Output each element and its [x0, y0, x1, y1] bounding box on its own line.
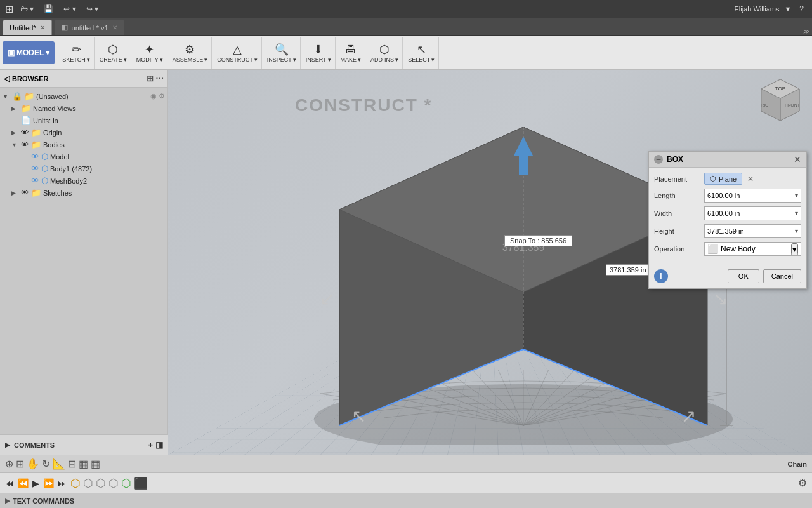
width-input[interactable]	[707, 210, 795, 217]
timeline-settings-btn[interactable]: ⚙	[798, 477, 807, 489]
make-btn[interactable]: 🖶	[343, 43, 359, 57]
modify-btn[interactable]: ✦	[142, 43, 157, 57]
box-panel-minimize-btn[interactable]: –	[654, 155, 663, 164]
addins-dropdown-icon[interactable]: ▾	[395, 57, 398, 63]
undo-btn[interactable]: ↩ ▾	[60, 3, 79, 15]
inspect-dropdown-icon[interactable]: ▾	[293, 57, 296, 63]
shape-3[interactable]: ⬡	[96, 476, 106, 490]
make-label: MAKE	[341, 57, 357, 63]
sketch-dropdown-icon[interactable]: ▾	[87, 57, 90, 63]
tab-expand-btn[interactable]: ≫	[803, 28, 809, 35]
select-btn[interactable]: ↖	[414, 43, 429, 57]
tree-item-named-views[interactable]: ▶ 📁 Named Views	[0, 102, 167, 114]
tree-item-origin[interactable]: ▶ 👁 📁 Origin	[0, 126, 167, 138]
tree-item-body1[interactable]: ▶ 👁 ⬡ Body1 (4872)	[0, 163, 167, 175]
length-dropdown-btn[interactable]: ▾	[795, 192, 798, 199]
browser-expand-icon[interactable]: ⊞	[147, 74, 154, 83]
dim-value-box[interactable]: 3781.359 in ▾	[606, 264, 655, 276]
snap-icon[interactable]: ⊕	[5, 458, 13, 470]
save-btn[interactable]: 💾	[41, 3, 56, 15]
model-dropdown-btn[interactable]: ▣ MODEL ▾	[3, 41, 55, 64]
length-input[interactable]	[707, 192, 795, 199]
tree-vis-icon-root[interactable]: ◉	[150, 92, 157, 100]
assemble-dropdown-icon[interactable]: ▾	[204, 57, 207, 63]
assemble-btn[interactable]: ⚙	[182, 43, 197, 57]
tab-1-close[interactable]: ✕	[40, 24, 45, 31]
sketch-btn[interactable]: ✏	[69, 43, 84, 57]
browser-settings-icon[interactable]: ⋯	[155, 74, 164, 83]
comments-toggle-icon[interactable]: ◨	[155, 440, 163, 450]
box-panel-close-btn[interactable]: ✕	[794, 154, 801, 164]
ok-btn[interactable]: OK	[728, 269, 759, 283]
viewport-area[interactable]: ↙ ↘ ↖ ↗ 3781.359 Snap To : 855.656 3781.…	[168, 70, 812, 455]
viewcube[interactable]: TOP FRONT RIGHT	[755, 76, 806, 127]
insert-icon: ⬇	[313, 44, 323, 55]
operation-value: New Body	[721, 244, 756, 253]
comments-add-icon[interactable]: +	[148, 440, 153, 450]
tree-item-root[interactable]: ▼ 🔒 📁 (Unsaved) ◉ ⚙	[0, 90, 167, 102]
command-expand-icon[interactable]: ▶	[5, 497, 10, 504]
info-btn[interactable]: i	[654, 269, 668, 283]
tree-item-units[interactable]: ▶ 📄 Units: in	[0, 114, 167, 126]
orbit-icon[interactable]: ↻	[42, 458, 50, 470]
modify-dropdown-icon[interactable]: ▾	[160, 57, 163, 63]
browser-collapse-icon[interactable]: ◁	[4, 74, 10, 83]
placement-plane-label: Plane	[719, 175, 737, 183]
tab-2-close[interactable]: ✕	[112, 24, 117, 31]
playback-play-btn[interactable]: ▶	[32, 478, 39, 488]
addins-btn[interactable]: ⬡	[377, 43, 392, 57]
create-dropdown-icon[interactable]: ▾	[124, 57, 127, 63]
placement-plane-btn[interactable]: ⬡ Plane	[704, 173, 742, 185]
tree-item-bodies[interactable]: ▼ 👁 📁 Bodies	[0, 138, 167, 150]
pan-icon[interactable]: ✋	[27, 458, 39, 470]
shape-4[interactable]: ⬡	[108, 476, 119, 490]
insert-dropdown-icon[interactable]: ▾	[328, 57, 331, 63]
display-icon[interactable]: ▦	[91, 458, 100, 470]
tree-item-meshbody2[interactable]: ▶ 👁 ⬡ MeshBody2	[0, 175, 167, 187]
placement-clear-btn[interactable]: ✕	[747, 175, 754, 184]
grid-icon-status[interactable]: ⊟	[68, 458, 76, 470]
tree-settings-icon-root[interactable]: ⚙	[159, 92, 165, 100]
playback-last-btn[interactable]: ⏭	[58, 478, 67, 488]
width-dropdown-btn[interactable]: ▾	[795, 210, 798, 217]
username: Elijah Williams	[735, 5, 780, 13]
shape-2[interactable]: ⬡	[83, 476, 93, 490]
tree-icon-bodies: 📁	[31, 140, 41, 149]
shape-6-active[interactable]: ⬛	[134, 476, 148, 490]
make-dropdown-icon[interactable]: ▾	[358, 57, 361, 63]
tab-2[interactable]: ◧ untitled-* v1 ✕	[55, 20, 124, 35]
operation-label: Operation	[654, 245, 702, 253]
status-icons: ⊕ ⊞ ✋ ↻ 📐 ⊟ ▦ ▦	[5, 458, 785, 470]
select-dropdown-icon[interactable]: ▾	[431, 57, 435, 63]
shape-1[interactable]: ⬡	[70, 476, 81, 490]
shape-5[interactable]: ⬡	[121, 476, 131, 490]
measure-icon[interactable]: 📐	[53, 458, 65, 470]
inspect-btn[interactable]: 🔍	[272, 43, 291, 57]
width-label: Width	[654, 210, 702, 217]
cancel-btn[interactable]: Cancel	[763, 269, 801, 283]
grid-snap-icon[interactable]: ⊞	[16, 458, 24, 470]
insert-btn[interactable]: ⬇	[311, 43, 325, 57]
construct-dropdown-icon[interactable]: ▾	[254, 57, 258, 63]
height-dropdown-btn[interactable]: ▾	[795, 228, 798, 234]
operation-select[interactable]: ⬜ New Body ▾	[704, 242, 801, 256]
tab-1[interactable]: Untitled* ✕	[3, 20, 52, 35]
browser-header-icons: ⊞ ⋯	[147, 74, 164, 83]
comments-expand-icon[interactable]: ▶	[5, 441, 10, 448]
playback-first-btn[interactable]: ⏮	[5, 478, 14, 488]
construct-btn[interactable]: △	[230, 43, 244, 57]
help-btn[interactable]: ?	[796, 3, 807, 15]
file-btn[interactable]: 🗁 ▾	[17, 3, 37, 15]
grid-icon[interactable]: ⊞	[5, 3, 13, 15]
operation-dropdown-btn[interactable]: ▾	[791, 243, 798, 255]
tree-item-sketches[interactable]: ▶ 👁 📁 Sketches	[0, 187, 167, 199]
redo-btn[interactable]: ↪ ▾	[83, 3, 102, 15]
tree-item-model[interactable]: ▶ 👁 ⬡ Model	[0, 150, 167, 163]
create-btn[interactable]: ⬡	[105, 43, 121, 57]
height-input[interactable]	[707, 227, 795, 235]
user-dropdown-icon[interactable]: ▼	[784, 5, 791, 13]
height-dim-label[interactable]: 3781.359 in ▾	[606, 264, 655, 276]
playback-next-btn[interactable]: ⏩	[43, 478, 54, 488]
view-options-icon[interactable]: ▦	[79, 458, 88, 470]
playback-prev-btn[interactable]: ⏪	[18, 478, 29, 488]
